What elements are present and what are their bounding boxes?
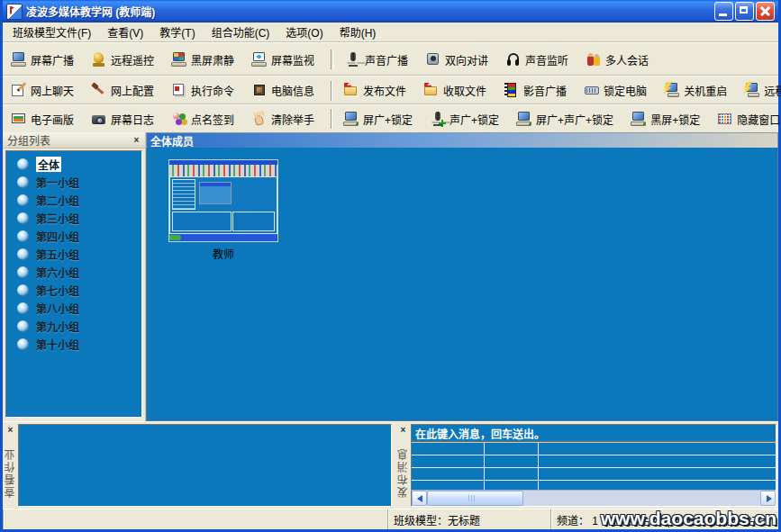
toolbar-button-shutdown-restart[interactable]: 关机重启 bbox=[661, 81, 730, 100]
status-bar: 班级模型：无标题 频道： 1 学生总计： 0 | 登录: 0 | 00:50:3… bbox=[3, 509, 778, 529]
computer-info-icon bbox=[251, 83, 268, 98]
toolbar-button-two-way-talk[interactable]: 双向对讲 bbox=[422, 50, 491, 69]
sidebar-item-group-0[interactable]: 全体 bbox=[6, 155, 141, 173]
toolbar-button-remote-control[interactable]: 远程遥控 bbox=[88, 50, 157, 69]
message-input[interactable]: 在此键入消息，回车送出。 bbox=[412, 425, 776, 443]
sidebar-item-group-9[interactable]: 第九小组 bbox=[6, 317, 141, 335]
toolbar-button-media-broadcast[interactable]: 影音广播 bbox=[501, 81, 569, 100]
sidebar-item-label: 第六小组 bbox=[36, 265, 79, 280]
menu-item-1[interactable]: 查看(V) bbox=[99, 23, 151, 41]
sidebar-item-group-3[interactable]: 第三小组 bbox=[6, 209, 141, 227]
toolbar-button-label: 屏幕监视 bbox=[271, 52, 314, 68]
close-button[interactable] bbox=[756, 2, 775, 21]
lock-computer-icon bbox=[584, 83, 600, 98]
close-icon[interactable]: × bbox=[131, 134, 142, 146]
toolbar-button-clear-hand[interactable]: 清除举手 bbox=[249, 110, 317, 129]
sidebar-item-group-1[interactable]: 第一小组 bbox=[6, 173, 141, 191]
sidebar-item-label: 第七小组 bbox=[36, 283, 79, 298]
toolbar-button-voice-broadcast[interactable]: 声音广播 bbox=[342, 50, 411, 69]
toolbar-button-whiteboard[interactable]: 电子画版 bbox=[8, 110, 77, 129]
preview-body bbox=[169, 176, 277, 234]
toolbar-button-screen-voice-lock[interactable]: 屏广+声广+锁定 bbox=[513, 110, 616, 129]
toolbar-button-blank-screen[interactable]: 黑屏肃静 bbox=[168, 50, 237, 69]
menu-item-4[interactable]: 选项(O) bbox=[277, 23, 331, 41]
message-panel-strip: × 发布消息 bbox=[395, 422, 411, 509]
voice-lock-icon bbox=[430, 112, 446, 127]
status-spacer bbox=[3, 509, 387, 529]
message-input-hint: 在此键入消息，回车送出。 bbox=[415, 426, 545, 441]
app-window: 凌波多媒体教学网 (教师端) 班级模型文件(F)查看(V)教学(T)组合功能(C… bbox=[0, 0, 781, 532]
toolbar-button-label: 声音监听 bbox=[525, 52, 568, 68]
horizontal-scrollbar bbox=[412, 490, 776, 506]
toolbar-button-label: 屏幕日志 bbox=[111, 112, 154, 127]
sidebar-item-group-7[interactable]: 第七小组 bbox=[6, 281, 141, 299]
sidebar-item-group-8[interactable]: 第八小组 bbox=[6, 299, 141, 317]
toolbar-button-computer-info[interactable]: 电脑信息 bbox=[249, 81, 317, 100]
members-panel: 全体成员 教师 bbox=[146, 132, 778, 421]
toolbar-button-screen-lock[interactable]: 屏广+锁定 bbox=[341, 110, 415, 129]
toolbar-button-label: 屏广+锁定 bbox=[363, 112, 413, 127]
toolbar-button-voice-lock[interactable]: 声广+锁定 bbox=[427, 110, 502, 129]
member-thumbnail-teacher[interactable]: 教师 bbox=[168, 159, 278, 261]
toolbar-button-label: 屏幕广播 bbox=[31, 52, 74, 68]
minimize-button[interactable] bbox=[714, 2, 733, 21]
preview-subwindow bbox=[199, 182, 232, 204]
sidebar-item-label: 第五小组 bbox=[36, 247, 79, 262]
toolbar-button-screen-broadcast[interactable]: 屏幕广播 bbox=[8, 50, 77, 69]
toolbar-button-collect-file[interactable]: 收取文件 bbox=[421, 81, 489, 100]
sidebar-item-label: 第八小组 bbox=[36, 301, 79, 316]
preview-bottom-left bbox=[172, 212, 232, 231]
workspace: 分组列表 × 全体第一小组第二小组第三小组第四小组第五小组第六小组第七小组第八小… bbox=[3, 132, 778, 421]
menu-item-5[interactable]: 帮助(H) bbox=[331, 23, 385, 41]
toolbar-button-net-chat[interactable]: 网上聊天 bbox=[8, 81, 77, 100]
toolbar-button-net-config[interactable]: 网上配置 bbox=[88, 81, 157, 100]
toolbar-button-label: 关机重启 bbox=[684, 83, 727, 98]
homework-panel-strip: × 查看作业 bbox=[3, 422, 18, 509]
menu-item-2[interactable]: 教学(T) bbox=[151, 23, 203, 41]
maximize-button[interactable] bbox=[735, 2, 754, 21]
preview-bottom-right bbox=[232, 212, 275, 231]
clear-hand-icon bbox=[251, 112, 268, 127]
sidebar-item-label: 第十小组 bbox=[36, 337, 79, 352]
toolbar-button-send-file[interactable]: 发布文件 bbox=[341, 81, 409, 100]
close-icon[interactable]: × bbox=[5, 424, 16, 436]
voice-monitor-icon bbox=[505, 52, 522, 68]
group-list-header: 分组列表 × bbox=[3, 132, 145, 149]
toolbar-button-hide-window[interactable]: 隐藏窗口 bbox=[714, 110, 781, 129]
toolbar-button-run-command[interactable]: 执行命令 bbox=[168, 81, 237, 100]
menu-item-0[interactable]: 班级模型文件(F) bbox=[5, 23, 99, 41]
toolbar-button-rollcall[interactable]: 点名签到 bbox=[168, 110, 237, 129]
toolbar-separator bbox=[331, 50, 334, 69]
scrollbar-thumb[interactable] bbox=[427, 491, 523, 506]
voice-broadcast-icon bbox=[345, 52, 361, 68]
toolbar-button-label: 点名签到 bbox=[191, 112, 234, 127]
members-area: 教师 bbox=[146, 148, 778, 421]
sidebar-item-group-5[interactable]: 第五小组 bbox=[6, 245, 141, 263]
close-icon[interactable]: × bbox=[397, 424, 409, 436]
toolbar-button-blank-lock[interactable]: 黑屏+锁定 bbox=[628, 110, 703, 129]
toolbar-button-screen-monitor[interactable]: 屏幕监视 bbox=[249, 50, 317, 69]
toolbar-button-screen-log[interactable]: 屏幕日志 bbox=[88, 110, 157, 129]
scroll-right-icon[interactable] bbox=[760, 491, 776, 506]
toolbar-button-multi-chat[interactable]: 多人会话 bbox=[583, 50, 651, 69]
homework-list bbox=[18, 424, 392, 507]
scroll-left-icon[interactable] bbox=[412, 491, 427, 506]
scrollbar-track[interactable] bbox=[427, 491, 760, 506]
group-ball-icon bbox=[17, 284, 29, 296]
toolbar-button-voice-monitor[interactable]: 声音监听 bbox=[503, 50, 571, 69]
sidebar-item-label: 全体 bbox=[36, 157, 61, 172]
sidebar-item-group-10[interactable]: 第十小组 bbox=[6, 335, 141, 353]
sidebar-item-group-2[interactable]: 第二小组 bbox=[6, 191, 141, 209]
toolbar-button-label: 隐藏窗口 bbox=[737, 112, 780, 127]
sidebar-item-label: 第九小组 bbox=[36, 319, 79, 334]
menu-item-3[interactable]: 组合功能(C) bbox=[204, 23, 278, 41]
toolbar-button-remote-poweron[interactable]: 远程开机 bbox=[741, 81, 781, 100]
blank-screen-icon bbox=[171, 52, 187, 68]
sidebar-item-group-6[interactable]: 第六小组 bbox=[6, 263, 141, 281]
toolbar-area: 屏幕广播远程遥控黑屏肃静屏幕监视声音广播双向对讲声音监听多人会话网上聊天网上配置… bbox=[3, 42, 778, 132]
toolbar-button-lock-computer[interactable]: 锁定电脑 bbox=[581, 81, 649, 100]
toolbar-button-label: 电脑信息 bbox=[271, 83, 314, 98]
blank-lock-icon bbox=[631, 112, 647, 127]
group-ball-icon bbox=[17, 176, 29, 188]
sidebar-item-group-4[interactable]: 第四小组 bbox=[6, 227, 141, 245]
